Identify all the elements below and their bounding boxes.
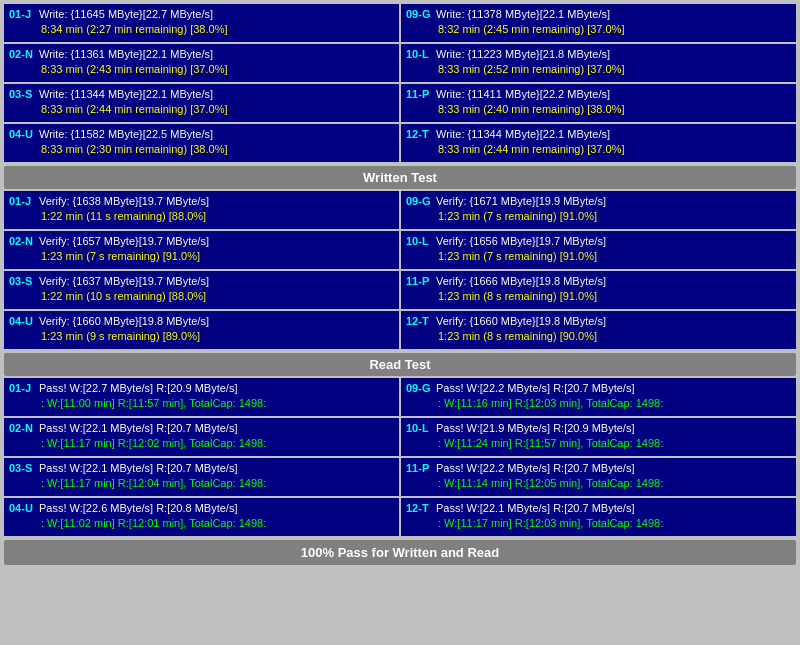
verify-right-09g: 09-G Verify: {1671 MByte}[19.9 MByte/s] … <box>401 191 796 229</box>
write-04u: 04-U Write: {11582 MByte}[22.5 MByte/s] … <box>4 124 399 162</box>
write-11p: 11-P Write: {11411 MByte}[22.2 MByte/s] … <box>401 84 796 122</box>
write-04u-line2: 8:33 min (2:30 min remaining) [38.0%] <box>9 142 394 157</box>
verify-01j-line1: Verify: {1638 MByte}[19.7 MByte/s] <box>39 194 209 209</box>
write-grid: 01-J Write: {11645 MByte}[22.7 MByte/s] … <box>4 4 796 162</box>
write-02n-line1: Write: {11361 MByte}[22.1 MByte/s] <box>39 47 213 62</box>
device-04u-label: 04-U <box>9 127 39 142</box>
device-v03s-label: 03-S <box>9 274 39 289</box>
write-10l-line1: Write: {11223 MByte}[21.8 MByte/s] <box>436 47 610 62</box>
pass-09g: 09-G Pass! W:[22.2 MByte/s] R:[20.7 MByt… <box>401 378 796 416</box>
pass-right-11p: 11-P Pass! W:[22.2 MByte/s] R:[20.7 MByt… <box>401 458 796 496</box>
pass-left-04u: 04-U Pass! W:[22.6 MByte/s] R:[20.8 MByt… <box>4 498 399 536</box>
device-v02n-label: 02-N <box>9 234 39 249</box>
verify-left-04u: 04-U Verify: {1660 MByte}[19.8 MByte/s] … <box>4 311 399 349</box>
device-12t-label: 12-T <box>406 127 436 142</box>
pass-04u-line2: : W:[11:02 min] R:[12:01 min], TotalCap:… <box>9 516 394 531</box>
verify-grid: 01-J Verify: {1638 MByte}[19.7 MByte/s] … <box>4 191 796 349</box>
pass-11p-line1: Pass! W:[22.2 MByte/s] R:[20.7 MByte/s] <box>436 461 634 476</box>
pass-left-03s: 03-S Pass! W:[22.1 MByte/s] R:[20.7 MByt… <box>4 458 399 496</box>
device-03s-label: 03-S <box>9 87 39 102</box>
verify-04u: 04-U Verify: {1660 MByte}[19.8 MByte/s] … <box>4 311 399 349</box>
verify-10l-line1: Verify: {1656 MByte}[19.7 MByte/s] <box>436 234 606 249</box>
write-right-10l: 10-L Write: {11223 MByte}[21.8 MByte/s] … <box>401 44 796 82</box>
write-01j-line2: 8:34 min (2:27 min remaining) [38.0%] <box>9 22 394 37</box>
pass-10l-line2: : W:[11:24 min] R:[11:57 min], TotalCap:… <box>406 436 791 451</box>
device-09g-label: 09-G <box>406 7 436 22</box>
pass-09g-line1: Pass! W:[22.2 MByte/s] R:[20.7 MByte/s] <box>436 381 634 396</box>
verify-12t-line2: 1:23 min (8 s remaining) [90.0%] <box>406 329 791 344</box>
verify-11p-line1: Verify: {1666 MByte}[19.8 MByte/s] <box>436 274 606 289</box>
pass-09g-line2: : W:[11:16 min] R:[12:03 min], TotalCap:… <box>406 396 791 411</box>
bottom-bar: 100% Pass for Written and Read <box>4 540 796 565</box>
verify-12t: 12-T Verify: {1660 MByte}[19.8 MByte/s] … <box>401 311 796 349</box>
device-v09g-label: 09-G <box>406 194 436 209</box>
pass-section: 01-J Pass! W:[22.7 MByte/s] R:[20.9 MByt… <box>4 378 796 536</box>
write-left-04u: 04-U Write: {11582 MByte}[22.5 MByte/s] … <box>4 124 399 162</box>
pass-11p: 11-P Pass! W:[22.2 MByte/s] R:[20.7 MByt… <box>401 458 796 496</box>
pass-10l-line1: Pass! W:[21.9 MByte/s] R:[20.9 MByte/s] <box>436 421 634 436</box>
write-left-03s: 03-S Write: {11344 MByte}[22.1 MByte/s] … <box>4 84 399 122</box>
device-v01j-label: 01-J <box>9 194 39 209</box>
main-container: 01-J Write: {11645 MByte}[22.7 MByte/s] … <box>0 0 800 569</box>
write-12t: 12-T Write: {11344 MByte}[22.1 MByte/s] … <box>401 124 796 162</box>
verify-11p: 11-P Verify: {1666 MByte}[19.8 MByte/s] … <box>401 271 796 309</box>
pass-01j-line2: : W:[11:00 min] R:[11:57 min], TotalCap:… <box>9 396 394 411</box>
verify-left-02n: 02-N Verify: {1657 MByte}[19.7 MByte/s] … <box>4 231 399 269</box>
pass-04u: 04-U Pass! W:[22.6 MByte/s] R:[20.8 MByt… <box>4 498 399 536</box>
write-12t-line2: 8:33 min (2:44 min remaining) [37.0%] <box>406 142 791 157</box>
verify-right-12t: 12-T Verify: {1660 MByte}[19.8 MByte/s] … <box>401 311 796 349</box>
write-03s-line2: 8:33 min (2:44 min remaining) [37.0%] <box>9 102 394 117</box>
device-v12t-label: 12-T <box>406 314 436 329</box>
write-right-col-09g: 09-G Write: {11378 MByte}[22.1 MByte/s] … <box>401 4 796 42</box>
pass-left-01j: 01-J Pass! W:[22.7 MByte/s] R:[20.9 MByt… <box>4 378 399 416</box>
device-v04u-label: 04-U <box>9 314 39 329</box>
pass-10l: 10-L Pass! W:[21.9 MByte/s] R:[20.9 MByt… <box>401 418 796 456</box>
pass-11p-line2: : W:[11:14 min] R:[12:05 min], TotalCap:… <box>406 476 791 491</box>
write-09g-line1: Write: {11378 MByte}[22.1 MByte/s] <box>436 7 610 22</box>
device-p11p-label: 11-P <box>406 461 436 476</box>
pass-02n-line2: : W:[11:17 min] R:[12:02 min], TotalCap:… <box>9 436 394 451</box>
verify-right-11p: 11-P Verify: {1666 MByte}[19.8 MByte/s] … <box>401 271 796 309</box>
verify-02n: 02-N Verify: {1657 MByte}[19.7 MByte/s] … <box>4 231 399 269</box>
write-12t-line1: Write: {11344 MByte}[22.1 MByte/s] <box>436 127 610 142</box>
write-right-12t: 12-T Write: {11344 MByte}[22.1 MByte/s] … <box>401 124 796 162</box>
write-right-11p: 11-P Write: {11411 MByte}[22.2 MByte/s] … <box>401 84 796 122</box>
verify-09g-line2: 1:23 min (7 s remaining) [91.0%] <box>406 209 791 224</box>
pass-grid: 01-J Pass! W:[22.7 MByte/s] R:[20.9 MByt… <box>4 378 796 536</box>
pass-right-10l: 10-L Pass! W:[21.9 MByte/s] R:[20.9 MByt… <box>401 418 796 456</box>
pass-04u-line1: Pass! W:[22.6 MByte/s] R:[20.8 MByte/s] <box>39 501 237 516</box>
device-p10l-label: 10-L <box>406 421 436 436</box>
device-p09g-label: 09-G <box>406 381 436 396</box>
write-01j: 01-J Write: {11645 MByte}[22.7 MByte/s] … <box>4 4 399 42</box>
write-02n: 02-N Write: {11361 MByte}[22.1 MByte/s] … <box>4 44 399 82</box>
pass-02n-line1: Pass! W:[22.1 MByte/s] R:[20.7 MByte/s] <box>39 421 237 436</box>
verify-03s-line1: Verify: {1637 MByte}[19.7 MByte/s] <box>39 274 209 289</box>
verify-03s-line2: 1:22 min (10 s remaining) [88.0%] <box>9 289 394 304</box>
write-04u-line1: Write: {11582 MByte}[22.5 MByte/s] <box>39 127 213 142</box>
device-p04u-label: 04-U <box>9 501 39 516</box>
verify-left-03s: 03-S Verify: {1637 MByte}[19.7 MByte/s] … <box>4 271 399 309</box>
device-p12t-label: 12-T <box>406 501 436 516</box>
write-03s: 03-S Write: {11344 MByte}[22.1 MByte/s] … <box>4 84 399 122</box>
pass-right-09g: 09-G Pass! W:[22.2 MByte/s] R:[20.7 MByt… <box>401 378 796 416</box>
written-test-label: Written Test <box>4 166 796 189</box>
write-10l: 10-L Write: {11223 MByte}[21.8 MByte/s] … <box>401 44 796 82</box>
pass-12t-line1: Pass! W:[22.1 MByte/s] R:[20.7 MByte/s] <box>436 501 634 516</box>
verify-09g: 09-G Verify: {1671 MByte}[19.9 MByte/s] … <box>401 191 796 229</box>
write-10l-line2: 8:33 min (2:52 min remaining) [37.0%] <box>406 62 791 77</box>
pass-left-02n: 02-N Pass! W:[22.1 MByte/s] R:[20.7 MByt… <box>4 418 399 456</box>
verify-10l: 10-L Verify: {1656 MByte}[19.7 MByte/s] … <box>401 231 796 269</box>
verify-11p-line2: 1:23 min (8 s remaining) [91.0%] <box>406 289 791 304</box>
verify-03s: 03-S Verify: {1637 MByte}[19.7 MByte/s] … <box>4 271 399 309</box>
verify-10l-line2: 1:23 min (7 s remaining) [91.0%] <box>406 249 791 264</box>
device-p03s-label: 03-S <box>9 461 39 476</box>
pass-right-12t: 12-T Pass! W:[22.1 MByte/s] R:[20.7 MByt… <box>401 498 796 536</box>
write-11p-line1: Write: {11411 MByte}[22.2 MByte/s] <box>436 87 610 102</box>
write-11p-line2: 8:33 min (2:40 min remaining) [38.0%] <box>406 102 791 117</box>
verify-01j: 01-J Verify: {1638 MByte}[19.7 MByte/s] … <box>4 191 399 229</box>
verify-12t-line1: Verify: {1660 MByte}[19.8 MByte/s] <box>436 314 606 329</box>
write-02n-line2: 8:33 min (2:43 min remaining) [37.0%] <box>9 62 394 77</box>
device-p01j-label: 01-J <box>9 381 39 396</box>
verify-right-10l: 10-L Verify: {1656 MByte}[19.7 MByte/s] … <box>401 231 796 269</box>
device-v11p-label: 11-P <box>406 274 436 289</box>
